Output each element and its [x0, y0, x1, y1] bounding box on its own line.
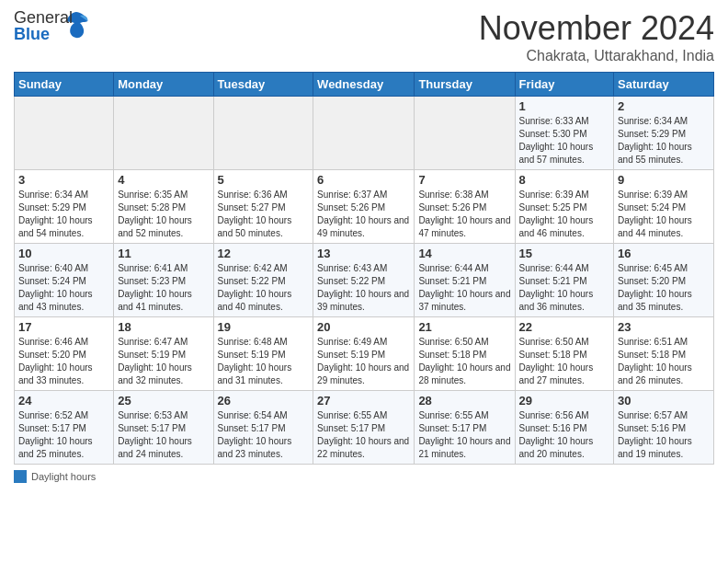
calendar-row-4: 24Sunrise: 6:52 AM Sunset: 5:17 PM Dayli…: [15, 391, 714, 465]
page-subtitle: Chakrata, Uttarakhand, India: [479, 48, 714, 64]
day-number: 3: [18, 173, 109, 187]
day-number: 16: [618, 247, 710, 260]
calendar-cell: 26Sunrise: 6:54 AM Sunset: 5:17 PM Dayli…: [213, 391, 313, 465]
day-info: Sunrise: 6:42 AM Sunset: 5:22 PM Dayligh…: [218, 262, 310, 314]
day-info: Sunrise: 6:34 AM Sunset: 5:29 PM Dayligh…: [618, 115, 710, 167]
day-info: Sunrise: 6:46 AM Sunset: 5:20 PM Dayligh…: [18, 336, 109, 387]
day-info: Sunrise: 6:37 AM Sunset: 5:26 PM Dayligh…: [317, 189, 410, 240]
day-info: Sunrise: 6:34 AM Sunset: 5:29 PM Dayligh…: [18, 189, 109, 240]
day-number: 5: [218, 173, 310, 187]
day-number: 27: [317, 394, 410, 408]
day-info: Sunrise: 6:39 AM Sunset: 5:24 PM Dayligh…: [618, 189, 710, 240]
day-info: Sunrise: 6:51 AM Sunset: 5:18 PM Dayligh…: [618, 336, 710, 387]
calendar-cell: 24Sunrise: 6:52 AM Sunset: 5:17 PM Dayli…: [15, 391, 114, 465]
calendar-cell: [313, 97, 415, 170]
calendar-cell: 27Sunrise: 6:55 AM Sunset: 5:17 PM Dayli…: [313, 391, 415, 465]
calendar-header-thursday: Thursday: [415, 73, 515, 97]
day-number: 9: [618, 173, 710, 187]
calendar-cell: 22Sunrise: 6:50 AM Sunset: 5:18 PM Dayli…: [515, 317, 614, 391]
day-number: 15: [519, 247, 610, 260]
day-number: 7: [418, 173, 510, 187]
page-container: General Blue November 2024 Chakrata, Utt…: [0, 0, 728, 492]
day-info: Sunrise: 6:44 AM Sunset: 5:21 PM Dayligh…: [418, 262, 510, 314]
calendar-header-friday: Friday: [515, 73, 614, 97]
page-header: General Blue November 2024 Chakrata, Utt…: [14, 9, 714, 64]
calendar-cell: 11Sunrise: 6:41 AM Sunset: 5:23 PM Dayli…: [114, 244, 213, 317]
calendar-footer: Daylight hours: [14, 470, 714, 483]
calendar-cell: [415, 97, 515, 170]
logo: General Blue: [14, 9, 89, 46]
calendar-cell: 3Sunrise: 6:34 AM Sunset: 5:29 PM Daylig…: [15, 170, 114, 244]
day-info: Sunrise: 6:49 AM Sunset: 5:19 PM Dayligh…: [317, 336, 410, 387]
day-number: 10: [18, 247, 109, 260]
title-section: November 2024 Chakrata, Uttarakhand, Ind…: [479, 9, 714, 64]
day-number: 19: [218, 320, 310, 334]
calendar-cell: 7Sunrise: 6:38 AM Sunset: 5:26 PM Daylig…: [415, 170, 515, 244]
calendar-cell: 14Sunrise: 6:44 AM Sunset: 5:21 PM Dayli…: [415, 244, 515, 317]
calendar-cell: 20Sunrise: 6:49 AM Sunset: 5:19 PM Dayli…: [313, 317, 415, 391]
day-info: Sunrise: 6:35 AM Sunset: 5:28 PM Dayligh…: [118, 189, 209, 240]
day-info: Sunrise: 6:50 AM Sunset: 5:18 PM Dayligh…: [519, 336, 610, 387]
day-info: Sunrise: 6:57 AM Sunset: 5:16 PM Dayligh…: [618, 409, 710, 461]
day-info: Sunrise: 6:41 AM Sunset: 5:23 PM Dayligh…: [118, 262, 209, 314]
calendar-cell: 2Sunrise: 6:34 AM Sunset: 5:29 PM Daylig…: [614, 97, 714, 170]
day-info: Sunrise: 6:53 AM Sunset: 5:17 PM Dayligh…: [118, 409, 209, 461]
calendar-cell: 13Sunrise: 6:43 AM Sunset: 5:22 PM Dayli…: [313, 244, 415, 317]
day-info: Sunrise: 6:50 AM Sunset: 5:18 PM Dayligh…: [418, 336, 510, 387]
calendar-cell: 18Sunrise: 6:47 AM Sunset: 5:19 PM Dayli…: [114, 317, 213, 391]
day-info: Sunrise: 6:52 AM Sunset: 5:17 PM Dayligh…: [18, 409, 109, 461]
day-info: Sunrise: 6:47 AM Sunset: 5:19 PM Dayligh…: [118, 336, 209, 387]
calendar-header-monday: Monday: [114, 73, 213, 97]
calendar-cell: 5Sunrise: 6:36 AM Sunset: 5:27 PM Daylig…: [213, 170, 313, 244]
day-info: Sunrise: 6:55 AM Sunset: 5:17 PM Dayligh…: [418, 409, 510, 461]
calendar-header-tuesday: Tuesday: [213, 73, 313, 97]
calendar-header-wednesday: Wednesday: [313, 73, 415, 97]
day-number: 12: [218, 247, 310, 260]
day-info: Sunrise: 6:48 AM Sunset: 5:19 PM Dayligh…: [218, 336, 310, 387]
day-info: Sunrise: 6:40 AM Sunset: 5:24 PM Dayligh…: [18, 262, 109, 314]
day-info: Sunrise: 6:56 AM Sunset: 5:16 PM Dayligh…: [519, 409, 610, 461]
day-info: Sunrise: 6:39 AM Sunset: 5:25 PM Dayligh…: [519, 189, 610, 240]
day-number: 26: [218, 394, 310, 408]
calendar-cell: 21Sunrise: 6:50 AM Sunset: 5:18 PM Dayli…: [415, 317, 515, 391]
day-number: 18: [118, 320, 209, 334]
calendar-cell: 17Sunrise: 6:46 AM Sunset: 5:20 PM Dayli…: [15, 317, 114, 391]
calendar-cell: 9Sunrise: 6:39 AM Sunset: 5:24 PM Daylig…: [614, 170, 714, 244]
logo-general-text: General: [14, 9, 62, 26]
day-info: Sunrise: 6:38 AM Sunset: 5:26 PM Dayligh…: [418, 189, 510, 240]
calendar-table: SundayMondayTuesdayWednesdayThursdayFrid…: [14, 72, 714, 465]
day-number: 11: [118, 247, 209, 260]
calendar-row-3: 17Sunrise: 6:46 AM Sunset: 5:20 PM Dayli…: [15, 317, 714, 391]
calendar-header-saturday: Saturday: [614, 73, 714, 97]
calendar-cell: [213, 97, 313, 170]
day-info: Sunrise: 6:45 AM Sunset: 5:20 PM Dayligh…: [618, 262, 710, 314]
calendar-cell: 29Sunrise: 6:56 AM Sunset: 5:16 PM Dayli…: [515, 391, 614, 465]
day-number: 24: [18, 394, 109, 408]
calendar-row-1: 3Sunrise: 6:34 AM Sunset: 5:29 PM Daylig…: [15, 170, 714, 244]
day-number: 29: [519, 394, 610, 408]
day-number: 17: [18, 320, 109, 334]
calendar-cell: 28Sunrise: 6:55 AM Sunset: 5:17 PM Dayli…: [415, 391, 515, 465]
page-title: November 2024: [479, 9, 714, 48]
day-info: Sunrise: 6:33 AM Sunset: 5:30 PM Dayligh…: [519, 115, 610, 167]
calendar-cell: 4Sunrise: 6:35 AM Sunset: 5:28 PM Daylig…: [114, 170, 213, 244]
day-number: 13: [317, 247, 410, 260]
day-number: 8: [519, 173, 610, 187]
day-info: Sunrise: 6:54 AM Sunset: 5:17 PM Dayligh…: [218, 409, 310, 461]
day-number: 28: [418, 394, 510, 408]
calendar-cell: 25Sunrise: 6:53 AM Sunset: 5:17 PM Dayli…: [114, 391, 213, 465]
calendar-cell: 30Sunrise: 6:57 AM Sunset: 5:16 PM Dayli…: [614, 391, 714, 465]
day-info: Sunrise: 6:55 AM Sunset: 5:17 PM Dayligh…: [317, 409, 410, 461]
day-info: Sunrise: 6:43 AM Sunset: 5:22 PM Dayligh…: [317, 262, 410, 314]
calendar-cell: 10Sunrise: 6:40 AM Sunset: 5:24 PM Dayli…: [15, 244, 114, 317]
legend-color-box: [14, 470, 27, 483]
day-number: 20: [317, 320, 410, 334]
day-info: Sunrise: 6:36 AM Sunset: 5:27 PM Dayligh…: [218, 189, 310, 240]
calendar-cell: [15, 97, 114, 170]
calendar-row-2: 10Sunrise: 6:40 AM Sunset: 5:24 PM Dayli…: [15, 244, 714, 317]
calendar-header-row: SundayMondayTuesdayWednesdayThursdayFrid…: [15, 73, 714, 97]
legend-label: Daylight hours: [31, 471, 96, 482]
day-number: 14: [418, 247, 510, 260]
calendar-cell: 12Sunrise: 6:42 AM Sunset: 5:22 PM Dayli…: [213, 244, 313, 317]
day-number: 6: [317, 173, 410, 187]
